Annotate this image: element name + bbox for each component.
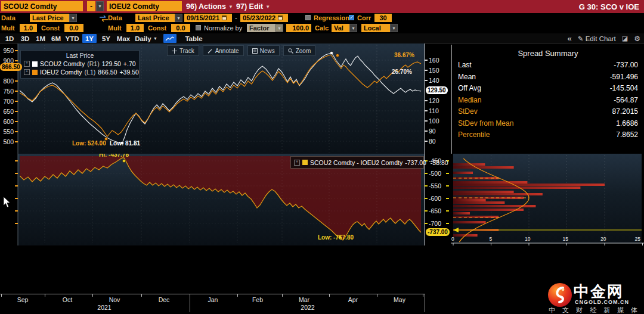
tab-period-ytd[interactable]: YTD <box>63 34 81 43</box>
news-button[interactable]: News <box>247 45 280 56</box>
tab-period-1m[interactable]: 1M <box>33 34 48 43</box>
normalize-amount-input[interactable]: 100.0 <box>286 24 311 32</box>
data-control-row: Data Last Price ▾ Data Last Price ▾ 09/1… <box>0 13 644 23</box>
last-price-tag-right: 129.50 <box>426 86 448 94</box>
x-axis-month-label: Sep <box>17 296 29 303</box>
year-divider <box>190 294 190 312</box>
summary-value: -145.504 <box>610 83 638 95</box>
spread-operator-input[interactable]: - <box>87 1 95 11</box>
summary-row: Percentile7.8652 <box>458 129 638 141</box>
summary-value: -591.496 <box>610 71 638 83</box>
track-button[interactable]: Track <box>167 45 199 56</box>
x-axis-month-label: Feb <box>252 296 263 303</box>
regression-checkbox[interactable] <box>305 15 311 20</box>
title-bar: SCOU2 Comdty - ▾ IOEU2 Comdty 96) Action… <box>0 0 644 13</box>
legend-series-row[interactable]: +SCOU2 Comdty(R1)129.50+.70 <box>24 60 136 67</box>
corr-checkbox[interactable]: ✓ <box>349 15 354 20</box>
price-chart-pane[interactable]: Last Price +SCOU2 Comdty(R1)129.50+.70+I… <box>0 43 451 154</box>
data-label-1: Data <box>1 14 16 21</box>
tab-period-1d[interactable]: 1D <box>2 34 17 43</box>
x-axis-tick-label: 0 <box>451 236 454 242</box>
spread-series-legend[interactable]: + SCOU2 Comdty - IOEU2 Comdty -737.00 -3… <box>290 156 424 169</box>
watermark: 中金网 CNGOLD.COM.CN 中 文 财 经 新 媒 体 <box>547 282 643 313</box>
ticker1-input[interactable]: SCOU2 Comdty <box>1 1 83 11</box>
spread-summary-title: Spread Summary <box>452 49 644 58</box>
data-source-select-2[interactable]: Last Price <box>135 14 175 22</box>
calendar-icon <box>222 15 227 20</box>
swap-securities-icon[interactable] <box>99 15 109 22</box>
tab-period-5y[interactable]: 5Y <box>99 34 113 43</box>
expand-icon[interactable]: + <box>24 61 30 67</box>
mult-input-2[interactable]: 1.0 <box>126 24 144 32</box>
date-range-separator: - <box>235 14 237 21</box>
distribution-histogram-pane[interactable]: 0510152025 <box>451 154 644 245</box>
line-chart-icon <box>165 36 175 42</box>
mult-label-2: Mult <box>108 24 122 32</box>
x-axis-month-label: May <box>394 296 405 303</box>
currency-select[interactable]: Local <box>361 24 390 32</box>
edit-chart-button[interactable]: ✎ Edit Chart <box>578 35 616 43</box>
mult-input-1[interactable]: 1.0 <box>20 24 37 32</box>
edit-menu[interactable]: 97) Edit▼ <box>236 0 270 13</box>
date-from-input[interactable]: 09/15/2021 <box>184 14 232 22</box>
annotation-panel-icon[interactable]: ◪ <box>622 35 628 42</box>
axis-tick <box>1 294 2 297</box>
currency-dropdown[interactable]: ▾ <box>390 24 398 32</box>
tab-period-max[interactable]: Max <box>114 34 132 43</box>
tab-period-6m[interactable]: 6M <box>49 34 63 43</box>
tab-period-1y[interactable]: 1Y <box>82 34 97 43</box>
zoom-button[interactable]: Zoom <box>283 45 316 56</box>
normalize-by-dropdown[interactable]: ▾ <box>275 24 283 32</box>
line-chart-type-button[interactable] <box>163 34 177 43</box>
axis-tick <box>237 294 238 297</box>
frequency-select[interactable]: Daily ▼ <box>132 34 160 43</box>
y-axis-tick-label: 90 <box>429 128 436 135</box>
date-to-input[interactable]: 05/23/2022 <box>240 14 288 22</box>
table-view-button[interactable]: Table <box>182 34 205 43</box>
y-axis-tick-label: 140 <box>429 77 439 84</box>
edit-menu-label: 97) Edit <box>236 2 263 11</box>
calc-dropdown[interactable]: ▾ <box>349 24 357 32</box>
chart-annotation: Low: 524.00 <box>72 140 106 147</box>
watermark-domain: CNGOLD.COM.CN <box>575 299 629 305</box>
annotate-button[interactable]: Annotate <box>203 45 244 56</box>
expand-icon[interactable]: + <box>294 160 300 166</box>
series-swatch <box>302 160 308 165</box>
collapse-panel-button[interactable]: « <box>568 34 572 43</box>
magnifier-icon <box>288 48 293 54</box>
ticker2-input[interactable]: IOEU2 Comdty <box>107 1 182 11</box>
data-source-dropdown-1[interactable]: ▾ <box>69 14 77 22</box>
axis-tick <box>282 294 283 297</box>
x-axis-tick-label: 25 <box>635 236 640 242</box>
expand-icon[interactable]: + <box>24 69 30 75</box>
y-axis-tick-label: -700 <box>429 220 441 227</box>
summary-value: 87.2015 <box>612 106 638 118</box>
spread-operator-dropdown[interactable]: ▾ <box>96 1 104 11</box>
chart-legend[interactable]: Last Price +SCOU2 Comdty(R1)129.50+.70+I… <box>20 50 140 79</box>
const-input-2[interactable]: 0.0 <box>171 24 190 32</box>
calc-select[interactable]: Val <box>332 24 349 32</box>
window-title: G 30: SCO v IOE <box>579 0 639 13</box>
chevron-down-icon: ▼ <box>153 36 157 41</box>
data-source-dropdown-2[interactable]: ▾ <box>175 14 182 22</box>
const-input-1[interactable]: 0.0 <box>64 24 83 32</box>
y-axis-tick-label: 100 <box>429 117 439 125</box>
normalize-checkbox[interactable] <box>196 25 201 30</box>
actions-menu-label: 96) Actions <box>186 2 226 11</box>
y-axis-tick-label: 600 <box>0 118 14 125</box>
y-axis-tick-label: 110 <box>429 107 439 114</box>
x-axis-month-label: Oct <box>63 296 72 303</box>
last-price-tag-left: 866.50 <box>0 63 22 71</box>
summary-row: Last-737.00 <box>458 60 638 71</box>
y-axis-tick-label: 800 <box>0 77 14 85</box>
actions-menu[interactable]: 96) Actions▼ <box>186 0 233 13</box>
normalize-by-select[interactable]: Factor <box>247 24 275 32</box>
y-axis-tick-label: 950 <box>0 47 14 54</box>
data-source-select-1[interactable]: Last Price <box>30 14 69 22</box>
spread-chart-pane[interactable]: + SCOU2 Comdty - IOEU2 Comdty -737.00 -3… <box>0 154 451 245</box>
legend-series-row[interactable]: +IOEU2 Comdty(L1)866.50+39.50 <box>24 69 136 76</box>
summary-label: Last <box>458 60 472 71</box>
tab-period-3d[interactable]: 3D <box>18 34 32 43</box>
gear-icon[interactable]: ⚙ <box>634 35 640 43</box>
corr-period-input[interactable]: 30 <box>374 14 392 22</box>
